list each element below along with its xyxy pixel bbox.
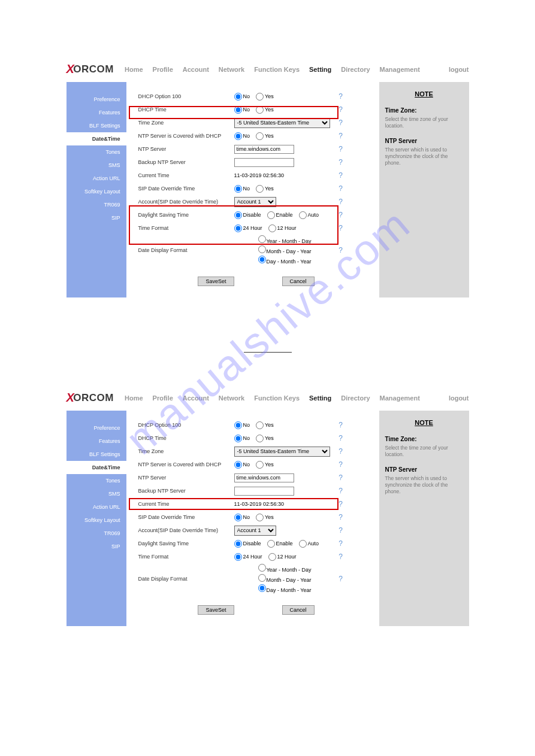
logout-link[interactable]: logout bbox=[449, 66, 469, 73]
sidebar-item-preference[interactable]: Preference bbox=[67, 421, 126, 435]
nav-function-keys[interactable]: Function Keys bbox=[250, 393, 303, 403]
dhcp100-radio[interactable]: No Yes bbox=[234, 421, 336, 429]
cancel-button[interactable]: Cancel bbox=[282, 277, 315, 286]
help-icon[interactable]: ? bbox=[336, 434, 346, 442]
sidebar-item-sip[interactable]: SIP bbox=[67, 540, 126, 553]
sidebar-item-tones[interactable]: Tones bbox=[67, 145, 126, 159]
label-dst: Daylight Saving Time bbox=[138, 212, 234, 218]
sipov-radio[interactable]: No Yes bbox=[234, 514, 336, 521]
help-icon[interactable]: ? bbox=[336, 487, 346, 495]
nav-function-keys[interactable]: Function Keys bbox=[250, 65, 303, 74]
note-tz-body: Select the time zone of your location. bbox=[385, 445, 463, 458]
sidebar-item-datetime[interactable]: Date&Time bbox=[67, 461, 126, 474]
top-nav: Home Profile Account Network Function Ke… bbox=[121, 393, 446, 403]
sidebar: Preference Features BLF Settings Date&Ti… bbox=[67, 82, 126, 297]
nav-management[interactable]: Management bbox=[376, 393, 424, 403]
sidebar-item-sms[interactable]: SMS bbox=[67, 159, 126, 172]
sidebar-item-preference[interactable]: Preference bbox=[67, 93, 126, 106]
help-icon[interactable]: ? bbox=[336, 575, 346, 583]
logo-text: ORCOM bbox=[73, 392, 114, 404]
help-icon[interactable]: ? bbox=[336, 224, 346, 232]
sidebar-item-actionurl[interactable]: Action URL bbox=[67, 500, 126, 514]
label-timezone: Time Zone bbox=[138, 120, 234, 126]
sipov-radio[interactable]: No Yes bbox=[234, 185, 336, 193]
help-icon[interactable]: ? bbox=[336, 526, 346, 535]
sidebar-item-actionurl[interactable]: Action URL bbox=[67, 172, 126, 185]
help-icon[interactable]: ? bbox=[336, 198, 346, 206]
help-icon[interactable]: ? bbox=[336, 552, 346, 561]
nav-directory[interactable]: Directory bbox=[337, 393, 373, 403]
dhcp100-radio[interactable]: No Yes bbox=[234, 93, 336, 101]
logo-text: ORCOM bbox=[73, 63, 114, 75]
nav-network[interactable]: Network bbox=[215, 65, 248, 74]
ntpcov-radio[interactable]: No Yes bbox=[234, 132, 336, 140]
backupntp-input[interactable] bbox=[234, 487, 294, 496]
dst-radio[interactable]: Disable Enable Auto bbox=[234, 540, 336, 548]
ntpserver-input[interactable] bbox=[234, 473, 294, 482]
help-icon[interactable]: ? bbox=[336, 132, 346, 140]
help-icon[interactable]: ? bbox=[336, 145, 346, 153]
sidebar-item-tr069[interactable]: TR069 bbox=[67, 527, 126, 540]
nav-directory[interactable]: Directory bbox=[337, 65, 373, 74]
save-button[interactable]: SaveSet bbox=[198, 277, 234, 286]
help-icon[interactable]: ? bbox=[336, 421, 346, 429]
nav-management[interactable]: Management bbox=[376, 65, 424, 74]
sidebar-item-tr069[interactable]: TR069 bbox=[67, 198, 126, 211]
help-icon[interactable]: ? bbox=[336, 500, 346, 508]
timezone-select[interactable]: -5 United States-Eastern Time bbox=[234, 447, 330, 457]
sidebar-item-blf[interactable]: BLF Settings bbox=[67, 119, 126, 132]
timezone-select[interactable]: -5 United States-Eastern Time bbox=[234, 118, 330, 128]
note-ntp-heading: NTP Server bbox=[385, 466, 463, 473]
sidebar-item-softkey[interactable]: Softkey Layout bbox=[67, 185, 126, 198]
sidebar-item-sip[interactable]: SIP bbox=[67, 211, 126, 224]
timefmt-radio[interactable]: 24 Hour 12 Hour bbox=[234, 224, 336, 232]
help-icon[interactable]: ? bbox=[336, 460, 346, 469]
datefmt-radio[interactable]: Year - Month - Day Month - Day - Year Da… bbox=[234, 235, 336, 265]
nav-network[interactable]: Network bbox=[215, 393, 248, 403]
help-icon[interactable]: ? bbox=[336, 171, 346, 180]
help-icon[interactable]: ? bbox=[336, 119, 346, 127]
dst-radio[interactable]: Disable Enable Auto bbox=[234, 211, 336, 219]
nav-account[interactable]: Account bbox=[179, 65, 213, 74]
account-select[interactable]: Account 1 bbox=[234, 197, 276, 207]
help-icon[interactable]: ? bbox=[336, 105, 346, 114]
note-ntp-body: The server which is used to synchronize … bbox=[385, 147, 463, 166]
help-icon[interactable]: ? bbox=[336, 473, 346, 482]
dhcptime-radio[interactable]: No Yes bbox=[234, 106, 336, 114]
help-icon[interactable]: ? bbox=[336, 92, 346, 101]
logout-link[interactable]: logout bbox=[449, 394, 469, 402]
sidebar-item-softkey[interactable]: Softkey Layout bbox=[67, 514, 126, 527]
nav-profile[interactable]: Profile bbox=[149, 65, 177, 74]
nav-account[interactable]: Account bbox=[179, 393, 213, 403]
cancel-button[interactable]: Cancel bbox=[282, 605, 315, 615]
help-icon[interactable]: ? bbox=[336, 539, 346, 548]
backupntp-input[interactable] bbox=[234, 158, 294, 167]
help-icon[interactable]: ? bbox=[336, 184, 346, 193]
help-icon[interactable]: ? bbox=[336, 158, 346, 166]
nav-home[interactable]: Home bbox=[121, 393, 147, 403]
help-icon[interactable]: ? bbox=[336, 513, 346, 521]
save-button[interactable]: SaveSet bbox=[198, 605, 234, 615]
help-icon[interactable]: ? bbox=[336, 211, 346, 219]
nav-profile[interactable]: Profile bbox=[149, 393, 177, 403]
nav-home[interactable]: Home bbox=[121, 65, 147, 74]
nav-setting[interactable]: Setting bbox=[306, 393, 335, 403]
sidebar-item-datetime[interactable]: Date&Time bbox=[67, 132, 126, 145]
dhcptime-radio[interactable]: No Yes bbox=[234, 435, 336, 442]
account-select[interactable]: Account 1 bbox=[234, 526, 276, 536]
ntpserver-input[interactable] bbox=[234, 145, 294, 154]
sidebar-item-features[interactable]: Features bbox=[67, 435, 126, 448]
sidebar-item-tones[interactable]: Tones bbox=[67, 474, 126, 487]
datefmt-radio[interactable]: Year - Month - Day Month - Day - Year Da… bbox=[234, 564, 336, 593]
ntpcov-radio[interactable]: No Yes bbox=[234, 461, 336, 469]
help-icon[interactable]: ? bbox=[336, 246, 346, 254]
sidebar-item-features[interactable]: Features bbox=[67, 106, 126, 119]
label-sipov: SIP Date Override Time bbox=[138, 186, 234, 192]
sidebar-item-blf[interactable]: BLF Settings bbox=[67, 448, 126, 461]
nav-setting[interactable]: Setting bbox=[306, 65, 335, 74]
logo: XORCOM bbox=[67, 62, 114, 76]
help-icon[interactable]: ? bbox=[336, 447, 346, 456]
label-backupntp: Backup NTP Server bbox=[138, 159, 234, 165]
sidebar-item-sms[interactable]: SMS bbox=[67, 487, 126, 500]
timefmt-radio[interactable]: 24 Hour 12 Hour bbox=[234, 553, 336, 561]
